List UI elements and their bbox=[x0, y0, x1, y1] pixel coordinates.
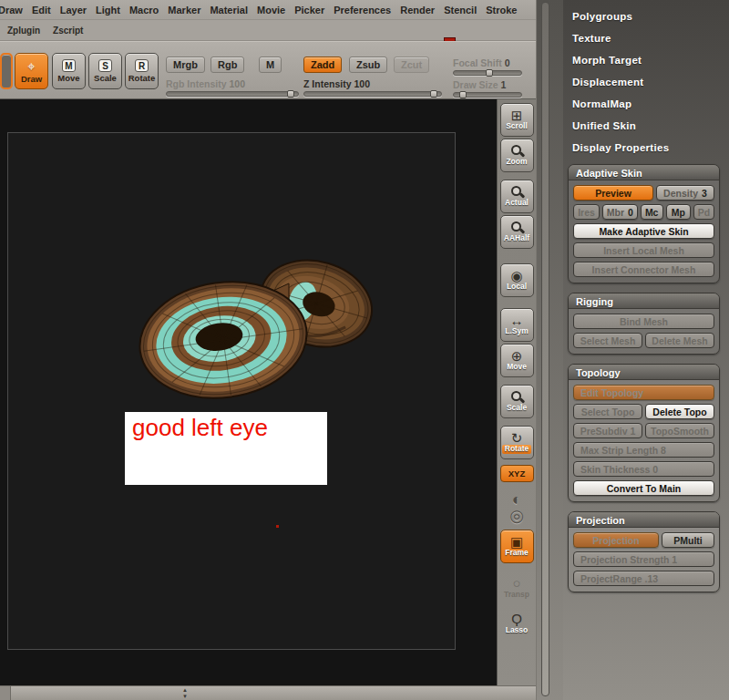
panel-item-normalmap[interactable]: NormalMap bbox=[563, 93, 729, 115]
menu-stencil[interactable]: Stencil bbox=[439, 3, 481, 17]
scale-tool-button[interactable]: S Scale bbox=[88, 53, 122, 89]
menu-light[interactable]: Light bbox=[91, 3, 125, 17]
bind-mesh-button: Bind Mesh bbox=[573, 314, 714, 329]
panel-item-display-properties[interactable]: Display Properties bbox=[563, 137, 729, 159]
draw-size-value: 1 bbox=[501, 79, 507, 90]
menu-movie[interactable]: Movie bbox=[252, 3, 290, 17]
draw-tool-label: Draw bbox=[21, 74, 42, 84]
edit-topology-button: Edit Topology bbox=[573, 385, 714, 400]
draw-size-label: Draw Size bbox=[453, 79, 498, 90]
eyelid-model bbox=[123, 229, 396, 420]
sphere-ring-icon[interactable]: ◎ bbox=[509, 508, 524, 524]
transp-button: ○ Transp bbox=[504, 576, 529, 599]
draw-size-track[interactable] bbox=[453, 92, 522, 98]
mp-button[interactable]: Mp bbox=[666, 204, 691, 220]
panel-item-morph-target[interactable]: Morph Target bbox=[563, 49, 729, 71]
panel-scrollbar[interactable] bbox=[541, 2, 549, 696]
rgb-button[interactable]: Rgb bbox=[210, 57, 244, 73]
panel-item-unified-skin[interactable]: Unified Skin bbox=[563, 115, 729, 137]
scroll-up-icon[interactable]: ▲ bbox=[182, 687, 188, 694]
move-tool-button[interactable]: M Move bbox=[52, 53, 86, 89]
z-intensity-track[interactable] bbox=[303, 91, 442, 97]
scroll-label: Scroll bbox=[506, 122, 528, 130]
scale-canvas-button[interactable]: Scale bbox=[500, 385, 534, 418]
rigging-header[interactable]: Rigging bbox=[569, 293, 719, 309]
sphere-meridian-icon[interactable]: ◐ bbox=[512, 491, 522, 508]
menu-edit[interactable]: Edit bbox=[27, 3, 56, 17]
brush-button[interactable] bbox=[0, 53, 13, 89]
zadd-button[interactable]: Zadd bbox=[303, 57, 342, 73]
lasso-icon: Ϙ bbox=[511, 612, 522, 625]
menu-zscript[interactable]: Zscript bbox=[53, 26, 83, 36]
scroll-button[interactable]: ⊞ Scroll bbox=[500, 103, 534, 137]
density-value: 3 bbox=[702, 188, 707, 199]
lasso-label: Lasso bbox=[506, 626, 529, 634]
z-intensity-handle[interactable] bbox=[430, 90, 437, 98]
menu-macro[interactable]: Macro bbox=[125, 3, 163, 17]
mbr-label: Mbr bbox=[607, 207, 624, 218]
mrgb-button[interactable]: Mrgb bbox=[166, 57, 205, 73]
adaptive-skin-header[interactable]: Adaptive Skin bbox=[569, 165, 719, 180]
zbrush-window: Draw Edit Layer Light Macro Marker Mater… bbox=[0, 0, 729, 700]
menu-stroke[interactable]: Stroke bbox=[481, 3, 521, 17]
topology-header[interactable]: Topology bbox=[569, 365, 719, 380]
delete-mesh-button: Delete Mesh bbox=[645, 333, 714, 348]
preview-button[interactable]: Preview bbox=[573, 185, 653, 201]
zoom-button[interactable]: Zoom bbox=[500, 139, 534, 172]
menu-preferences[interactable]: Preferences bbox=[329, 3, 395, 17]
adaptive-skin-section: Adaptive Skin Preview Density 3 Ires Mbr… bbox=[568, 164, 720, 283]
panel-item-texture[interactable]: Texture bbox=[563, 27, 729, 49]
menu-render[interactable]: Render bbox=[395, 3, 439, 17]
zsub-button[interactable]: Zsub bbox=[349, 57, 387, 73]
scroll-down-icon[interactable]: ▼ bbox=[182, 694, 188, 700]
convert-to-main-button[interactable]: Convert To Main bbox=[573, 480, 714, 496]
bottom-scrollbar: ▲ ▼ bbox=[0, 685, 536, 700]
rgb-intensity-value: 100 bbox=[230, 78, 246, 89]
delete-topo-button[interactable]: Delete Topo bbox=[645, 404, 714, 419]
scroll-icon: ⊞ bbox=[511, 108, 523, 122]
make-adaptive-skin-button[interactable]: Make Adaptive Skin bbox=[573, 223, 714, 239]
m-button[interactable]: M bbox=[259, 57, 282, 73]
topology-section: Topology Edit Topology Select Topo Delet… bbox=[568, 364, 720, 502]
projection-section: Projection Projection PMulti Projection … bbox=[568, 511, 720, 592]
zoom-icon bbox=[510, 144, 524, 158]
menu-material[interactable]: Material bbox=[205, 3, 252, 17]
menu-zplugin[interactable]: Zplugin bbox=[7, 26, 40, 36]
actual-button[interactable]: Actual bbox=[500, 180, 534, 213]
rotate-key-icon: R bbox=[135, 59, 149, 72]
mc-button[interactable]: Mc bbox=[641, 204, 663, 220]
scale-tool-label: Scale bbox=[94, 73, 117, 83]
mbr-slider[interactable]: Mbr 0 bbox=[602, 204, 638, 220]
projection-header[interactable]: Projection bbox=[569, 512, 719, 528]
focal-shift-handle[interactable] bbox=[486, 69, 493, 77]
pd-slider: Pd bbox=[693, 204, 714, 220]
pmulti-button[interactable]: PMulti bbox=[662, 532, 714, 548]
projection-strength-slider: Projection Strength 1 bbox=[573, 551, 714, 567]
draw-size-handle[interactable] bbox=[459, 91, 467, 98]
menu-picker[interactable]: Picker bbox=[290, 3, 329, 17]
select-mesh-button: Select Mesh bbox=[573, 333, 642, 348]
lsym-button[interactable]: ↔ L.Sym bbox=[500, 308, 534, 342]
lasso-button[interactable]: Ϙ Lasso bbox=[506, 612, 529, 634]
aahalf-icon bbox=[510, 221, 524, 234]
focal-shift-value: 0 bbox=[505, 57, 510, 68]
scrollbar-arrows[interactable]: ▲ ▼ bbox=[182, 687, 188, 700]
density-slider[interactable]: Density 3 bbox=[656, 185, 714, 201]
xyz-button[interactable]: XYZ bbox=[500, 465, 534, 482]
rgb-intensity-handle[interactable] bbox=[287, 90, 294, 98]
move-canvas-button[interactable]: ⊕ Move bbox=[500, 344, 534, 377]
top-toolbar: ⌖ Draw M Move S Scale R Rotate Mrgb Rgb … bbox=[0, 41, 536, 99]
panel-item-displacement[interactable]: Displacement bbox=[563, 71, 729, 93]
menu-draw[interactable]: Draw bbox=[0, 3, 27, 17]
rotate-canvas-button[interactable]: ↻ Rotate bbox=[500, 426, 534, 459]
local-button[interactable]: ◉ Local bbox=[500, 263, 534, 297]
frame-button[interactable]: ▣ Frame bbox=[500, 530, 534, 563]
density-label: Density bbox=[663, 188, 698, 199]
draw-tool-button[interactable]: ⌖ Draw bbox=[15, 53, 48, 89]
rotate-tool-button[interactable]: R Rotate bbox=[125, 53, 159, 89]
menu-marker[interactable]: Marker bbox=[163, 3, 205, 17]
menu-layer[interactable]: Layer bbox=[56, 3, 91, 17]
aahalf-button[interactable]: AAHalf bbox=[500, 215, 534, 249]
canvas[interactable]: good left eye bbox=[0, 99, 497, 685]
panel-item-polygroups[interactable]: Polygroups bbox=[563, 5, 729, 27]
